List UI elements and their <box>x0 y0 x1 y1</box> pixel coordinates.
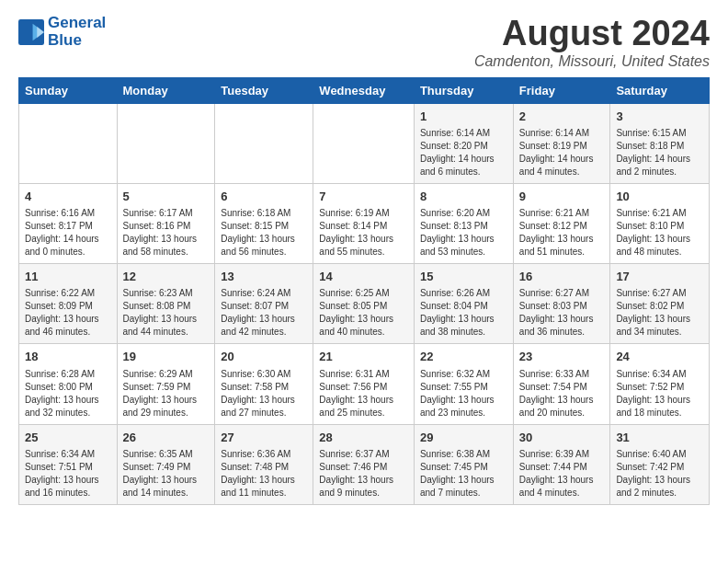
day-number: 14 <box>319 269 408 285</box>
calendar-cell: 13Sunrise: 6:24 AM Sunset: 8:07 PM Dayli… <box>215 264 313 344</box>
week-row-3: 11Sunrise: 6:22 AM Sunset: 8:09 PM Dayli… <box>19 264 710 344</box>
calendar-body: 1Sunrise: 6:14 AM Sunset: 8:20 PM Daylig… <box>19 103 710 504</box>
main-title: August 2024 <box>474 15 710 53</box>
day-info: Sunrise: 6:35 AM Sunset: 7:49 PM Dayligh… <box>123 448 210 500</box>
calendar-cell: 28Sunrise: 6:37 AM Sunset: 7:46 PM Dayli… <box>313 424 415 504</box>
logo-icon <box>18 19 44 45</box>
calendar-cell <box>215 103 313 183</box>
calendar-cell: 11Sunrise: 6:22 AM Sunset: 8:09 PM Dayli… <box>19 264 118 344</box>
day-number: 23 <box>519 349 605 365</box>
day-info: Sunrise: 6:34 AM Sunset: 7:52 PM Dayligh… <box>616 368 703 419</box>
calendar-cell <box>117 103 215 183</box>
calendar-cell: 5Sunrise: 6:17 AM Sunset: 8:16 PM Daylig… <box>117 183 215 263</box>
calendar-cell: 14Sunrise: 6:25 AM Sunset: 8:05 PM Dayli… <box>313 264 415 344</box>
day-number: 6 <box>221 189 307 205</box>
day-info: Sunrise: 6:15 AM Sunset: 8:18 PM Dayligh… <box>616 127 703 178</box>
day-info: Sunrise: 6:25 AM Sunset: 8:05 PM Dayligh… <box>319 287 408 339</box>
day-info: Sunrise: 6:33 AM Sunset: 7:54 PM Dayligh… <box>519 368 605 419</box>
day-number: 11 <box>25 269 111 285</box>
calendar-cell <box>313 103 415 183</box>
day-info: Sunrise: 6:14 AM Sunset: 8:20 PM Dayligh… <box>420 127 507 178</box>
subtitle: Camdenton, Missouri, United States <box>474 53 710 70</box>
day-info: Sunrise: 6:17 AM Sunset: 8:16 PM Dayligh… <box>123 207 210 259</box>
day-number: 8 <box>420 189 507 205</box>
day-info: Sunrise: 6:30 AM Sunset: 7:58 PM Dayligh… <box>221 368 307 419</box>
day-number: 2 <box>519 109 605 125</box>
day-number: 31 <box>616 430 703 446</box>
day-number: 17 <box>616 269 703 285</box>
day-number: 12 <box>123 269 210 285</box>
day-info: Sunrise: 6:19 AM Sunset: 8:14 PM Dayligh… <box>319 207 408 259</box>
day-number: 28 <box>319 430 408 446</box>
day-info: Sunrise: 6:32 AM Sunset: 7:55 PM Dayligh… <box>420 368 507 419</box>
day-info: Sunrise: 6:21 AM Sunset: 8:12 PM Dayligh… <box>519 207 605 259</box>
day-info: Sunrise: 6:27 AM Sunset: 8:03 PM Dayligh… <box>519 287 605 339</box>
day-number: 1 <box>420 109 507 125</box>
day-number: 26 <box>123 430 210 446</box>
calendar-cell: 8Sunrise: 6:20 AM Sunset: 8:13 PM Daylig… <box>414 183 513 263</box>
day-info: Sunrise: 6:39 AM Sunset: 7:44 PM Dayligh… <box>519 448 605 500</box>
calendar-cell: 7Sunrise: 6:19 AM Sunset: 8:14 PM Daylig… <box>313 183 415 263</box>
logo: General Blue <box>18 15 106 49</box>
day-number: 7 <box>319 189 408 205</box>
calendar-cell <box>19 103 118 183</box>
week-row-1: 1Sunrise: 6:14 AM Sunset: 8:20 PM Daylig… <box>19 103 710 183</box>
calendar-cell: 1Sunrise: 6:14 AM Sunset: 8:20 PM Daylig… <box>414 103 513 183</box>
calendar-cell: 24Sunrise: 6:34 AM Sunset: 7:52 PM Dayli… <box>610 344 710 424</box>
day-number: 22 <box>420 349 507 365</box>
day-number: 13 <box>221 269 307 285</box>
header-thursday: Thursday <box>414 77 513 103</box>
day-info: Sunrise: 6:26 AM Sunset: 8:04 PM Dayligh… <box>420 287 507 339</box>
day-number: 16 <box>519 269 605 285</box>
day-info: Sunrise: 6:21 AM Sunset: 8:10 PM Dayligh… <box>616 207 703 259</box>
calendar-cell: 9Sunrise: 6:21 AM Sunset: 8:12 PM Daylig… <box>513 183 610 263</box>
day-info: Sunrise: 6:37 AM Sunset: 7:46 PM Dayligh… <box>319 448 408 500</box>
header-saturday: Saturday <box>610 77 710 103</box>
calendar-cell: 23Sunrise: 6:33 AM Sunset: 7:54 PM Dayli… <box>513 344 610 424</box>
day-number: 21 <box>319 349 408 365</box>
calendar-cell: 10Sunrise: 6:21 AM Sunset: 8:10 PM Dayli… <box>610 183 710 263</box>
day-info: Sunrise: 6:14 AM Sunset: 8:19 PM Dayligh… <box>519 127 605 178</box>
day-number: 4 <box>25 189 111 205</box>
day-number: 29 <box>420 430 507 446</box>
day-number: 25 <box>25 430 111 446</box>
page-header: General Blue August 2024 Camdenton, Miss… <box>18 15 710 70</box>
day-info: Sunrise: 6:40 AM Sunset: 7:42 PM Dayligh… <box>616 448 703 500</box>
calendar-cell: 3Sunrise: 6:15 AM Sunset: 8:18 PM Daylig… <box>610 103 710 183</box>
day-info: Sunrise: 6:24 AM Sunset: 8:07 PM Dayligh… <box>221 287 307 339</box>
day-info: Sunrise: 6:29 AM Sunset: 7:59 PM Dayligh… <box>123 368 210 419</box>
day-number: 5 <box>123 189 210 205</box>
header-wednesday: Wednesday <box>313 77 415 103</box>
day-number: 15 <box>420 269 507 285</box>
calendar-cell: 2Sunrise: 6:14 AM Sunset: 8:19 PM Daylig… <box>513 103 610 183</box>
day-info: Sunrise: 6:31 AM Sunset: 7:56 PM Dayligh… <box>319 368 408 419</box>
calendar-cell: 6Sunrise: 6:18 AM Sunset: 8:15 PM Daylig… <box>215 183 313 263</box>
day-info: Sunrise: 6:27 AM Sunset: 8:02 PM Dayligh… <box>616 287 703 339</box>
calendar-cell: 18Sunrise: 6:28 AM Sunset: 8:00 PM Dayli… <box>19 344 118 424</box>
day-number: 10 <box>616 189 703 205</box>
calendar-cell: 16Sunrise: 6:27 AM Sunset: 8:03 PM Dayli… <box>513 264 610 344</box>
calendar-header: SundayMondayTuesdayWednesdayThursdayFrid… <box>19 77 710 103</box>
week-row-2: 4Sunrise: 6:16 AM Sunset: 8:17 PM Daylig… <box>19 183 710 263</box>
calendar-cell: 25Sunrise: 6:34 AM Sunset: 7:51 PM Dayli… <box>19 424 118 504</box>
day-number: 27 <box>221 430 307 446</box>
calendar-cell: 15Sunrise: 6:26 AM Sunset: 8:04 PM Dayli… <box>414 264 513 344</box>
calendar-cell: 29Sunrise: 6:38 AM Sunset: 7:45 PM Dayli… <box>414 424 513 504</box>
title-block: August 2024 Camdenton, Missouri, United … <box>474 15 710 70</box>
day-info: Sunrise: 6:28 AM Sunset: 8:00 PM Dayligh… <box>25 368 111 419</box>
day-number: 18 <box>25 349 111 365</box>
calendar-cell: 31Sunrise: 6:40 AM Sunset: 7:42 PM Dayli… <box>610 424 710 504</box>
logo-text: General Blue <box>48 15 106 49</box>
week-row-5: 25Sunrise: 6:34 AM Sunset: 7:51 PM Dayli… <box>19 424 710 504</box>
calendar-cell: 4Sunrise: 6:16 AM Sunset: 8:17 PM Daylig… <box>19 183 118 263</box>
header-tuesday: Tuesday <box>215 77 313 103</box>
calendar-cell: 12Sunrise: 6:23 AM Sunset: 8:08 PM Dayli… <box>117 264 215 344</box>
calendar-cell: 17Sunrise: 6:27 AM Sunset: 8:02 PM Dayli… <box>610 264 710 344</box>
day-info: Sunrise: 6:20 AM Sunset: 8:13 PM Dayligh… <box>420 207 507 259</box>
calendar-cell: 26Sunrise: 6:35 AM Sunset: 7:49 PM Dayli… <box>117 424 215 504</box>
day-info: Sunrise: 6:16 AM Sunset: 8:17 PM Dayligh… <box>25 207 111 259</box>
calendar-cell: 30Sunrise: 6:39 AM Sunset: 7:44 PM Dayli… <box>513 424 610 504</box>
day-number: 9 <box>519 189 605 205</box>
header-friday: Friday <box>513 77 610 103</box>
calendar-cell: 22Sunrise: 6:32 AM Sunset: 7:55 PM Dayli… <box>414 344 513 424</box>
